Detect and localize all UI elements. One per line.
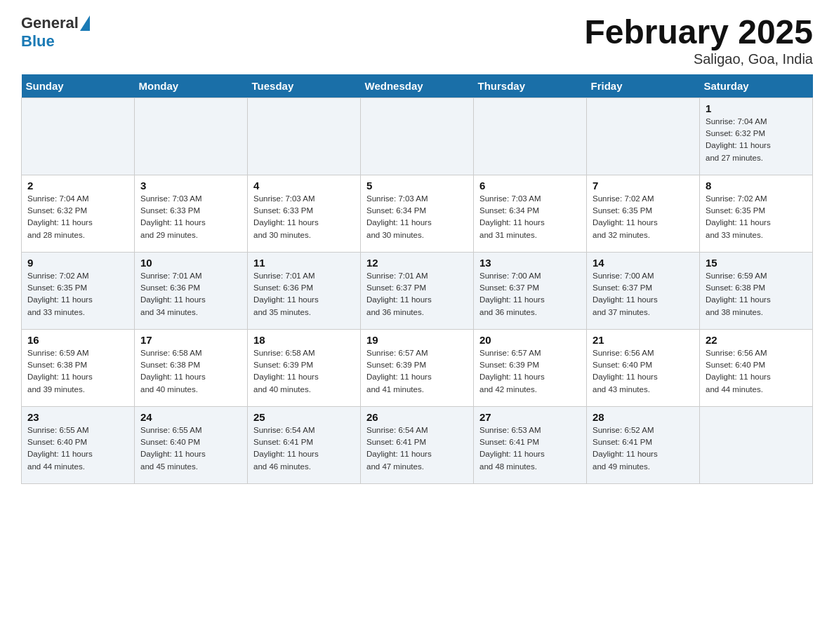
day-info: Sunrise: 7:00 AMSunset: 6:37 PMDaylight:… [479, 270, 581, 318]
day-number: 1 [706, 102, 807, 114]
day-number: 12 [366, 257, 468, 269]
logo-blue-text: Blue [21, 32, 55, 51]
logo-bottom-row: Blue [21, 32, 90, 51]
day-number: 18 [253, 334, 355, 346]
day-info: Sunrise: 6:58 AMSunset: 6:39 PMDaylight:… [253, 347, 355, 396]
day-info: Sunrise: 6:55 AMSunset: 6:40 PMDaylight:… [27, 424, 128, 473]
day-info: Sunrise: 6:56 AMSunset: 6:40 PMDaylight:… [706, 347, 807, 396]
header-thursday: Thursday [474, 74, 587, 98]
day-number: 2 [27, 180, 128, 192]
calendar-day-cell: 21Sunrise: 6:56 AMSunset: 6:40 PMDayligh… [587, 329, 700, 406]
day-number: 11 [253, 257, 355, 269]
calendar-week-row: 2Sunrise: 7:04 AMSunset: 6:32 PMDaylight… [22, 175, 813, 252]
calendar-day-cell: 20Sunrise: 6:57 AMSunset: 6:39 PMDayligh… [474, 329, 587, 406]
day-info: Sunrise: 6:54 AMSunset: 6:41 PMDaylight:… [253, 424, 355, 473]
calendar-day-cell: 19Sunrise: 6:57 AMSunset: 6:39 PMDayligh… [361, 329, 474, 406]
page-header: General Blue February 2025 Saligao, Goa,… [21, 14, 813, 67]
day-number: 23 [27, 411, 128, 423]
calendar-day-cell: 28Sunrise: 6:52 AMSunset: 6:41 PMDayligh… [587, 406, 700, 483]
day-number: 22 [706, 334, 807, 346]
day-info: Sunrise: 6:56 AMSunset: 6:40 PMDaylight:… [593, 347, 694, 396]
day-number: 10 [140, 257, 241, 269]
calendar-day-cell: 2Sunrise: 7:04 AMSunset: 6:32 PMDaylight… [22, 175, 135, 252]
calendar-day-cell [22, 98, 135, 175]
day-number: 25 [253, 411, 355, 423]
calendar-week-row: 16Sunrise: 6:59 AMSunset: 6:38 PMDayligh… [22, 329, 813, 406]
day-info: Sunrise: 7:04 AMSunset: 6:32 PMDaylight:… [706, 116, 807, 164]
calendar-day-cell [135, 98, 248, 175]
day-info: Sunrise: 7:03 AMSunset: 6:34 PMDaylight:… [366, 193, 468, 241]
day-info: Sunrise: 7:02 AMSunset: 6:35 PMDaylight:… [706, 193, 807, 241]
calendar-day-cell: 24Sunrise: 6:55 AMSunset: 6:40 PMDayligh… [135, 406, 248, 483]
day-info: Sunrise: 7:03 AMSunset: 6:33 PMDaylight:… [253, 193, 355, 241]
header-wednesday: Wednesday [361, 74, 474, 98]
calendar-day-cell [361, 98, 474, 175]
day-number: 5 [366, 180, 468, 192]
calendar-day-cell: 11Sunrise: 7:01 AMSunset: 6:36 PMDayligh… [248, 252, 361, 329]
calendar-title-block: February 2025 Saligao, Goa, India [584, 14, 813, 67]
day-number: 4 [253, 180, 355, 192]
day-info: Sunrise: 6:52 AMSunset: 6:41 PMDaylight:… [593, 424, 694, 473]
day-number: 3 [140, 180, 241, 192]
logo-general-text: General [21, 14, 79, 32]
day-info: Sunrise: 7:03 AMSunset: 6:33 PMDaylight:… [140, 193, 241, 241]
day-number: 6 [479, 180, 581, 192]
day-number: 27 [479, 411, 581, 423]
logo-top-row: General [21, 14, 90, 32]
calendar-day-cell: 7Sunrise: 7:02 AMSunset: 6:35 PMDaylight… [587, 175, 700, 252]
calendar-day-cell: 12Sunrise: 7:01 AMSunset: 6:37 PMDayligh… [361, 252, 474, 329]
calendar-day-cell: 22Sunrise: 6:56 AMSunset: 6:40 PMDayligh… [700, 329, 813, 406]
calendar-day-cell: 6Sunrise: 7:03 AMSunset: 6:34 PMDaylight… [474, 175, 587, 252]
day-number: 28 [593, 411, 694, 423]
day-info: Sunrise: 6:57 AMSunset: 6:39 PMDaylight:… [479, 347, 581, 396]
calendar-day-cell: 23Sunrise: 6:55 AMSunset: 6:40 PMDayligh… [22, 406, 135, 483]
calendar-day-cell: 4Sunrise: 7:03 AMSunset: 6:33 PMDaylight… [248, 175, 361, 252]
calendar-day-cell: 17Sunrise: 6:58 AMSunset: 6:38 PMDayligh… [135, 329, 248, 406]
day-info: Sunrise: 6:59 AMSunset: 6:38 PMDaylight:… [27, 347, 128, 396]
calendar-week-row: 1Sunrise: 7:04 AMSunset: 6:32 PMDaylight… [22, 98, 813, 175]
header-monday: Monday [135, 74, 248, 98]
header-friday: Friday [587, 74, 700, 98]
logo-triangle-icon [80, 15, 90, 31]
day-number: 7 [593, 180, 694, 192]
calendar-day-cell: 10Sunrise: 7:01 AMSunset: 6:36 PMDayligh… [135, 252, 248, 329]
calendar-day-cell: 3Sunrise: 7:03 AMSunset: 6:33 PMDaylight… [135, 175, 248, 252]
day-info: Sunrise: 7:04 AMSunset: 6:32 PMDaylight:… [27, 193, 128, 241]
calendar-day-cell: 9Sunrise: 7:02 AMSunset: 6:35 PMDaylight… [22, 252, 135, 329]
day-number: 21 [593, 334, 694, 346]
day-number: 15 [706, 257, 807, 269]
calendar-day-cell: 15Sunrise: 6:59 AMSunset: 6:38 PMDayligh… [700, 252, 813, 329]
day-info: Sunrise: 6:59 AMSunset: 6:38 PMDaylight:… [706, 270, 807, 318]
calendar-day-cell: 13Sunrise: 7:00 AMSunset: 6:37 PMDayligh… [474, 252, 587, 329]
day-number: 26 [366, 411, 468, 423]
day-info: Sunrise: 7:00 AMSunset: 6:37 PMDaylight:… [593, 270, 694, 318]
day-number: 9 [27, 257, 128, 269]
day-number: 20 [479, 334, 581, 346]
calendar-day-cell: 26Sunrise: 6:54 AMSunset: 6:41 PMDayligh… [361, 406, 474, 483]
calendar-day-cell: 18Sunrise: 6:58 AMSunset: 6:39 PMDayligh… [248, 329, 361, 406]
calendar-day-cell [700, 406, 813, 483]
calendar-week-row: 9Sunrise: 7:02 AMSunset: 6:35 PMDaylight… [22, 252, 813, 329]
calendar-day-cell: 1Sunrise: 7:04 AMSunset: 6:32 PMDaylight… [700, 98, 813, 175]
day-info: Sunrise: 6:54 AMSunset: 6:41 PMDaylight:… [366, 424, 468, 473]
day-info: Sunrise: 7:01 AMSunset: 6:36 PMDaylight:… [140, 270, 241, 318]
calendar-day-cell: 5Sunrise: 7:03 AMSunset: 6:34 PMDaylight… [361, 175, 474, 252]
day-number: 24 [140, 411, 241, 423]
day-number: 13 [479, 257, 581, 269]
header-sunday: Sunday [22, 74, 135, 98]
day-number: 17 [140, 334, 241, 346]
day-number: 16 [27, 334, 128, 346]
calendar-table: Sunday Monday Tuesday Wednesday Thursday… [21, 74, 813, 484]
calendar-day-cell [587, 98, 700, 175]
day-info: Sunrise: 7:02 AMSunset: 6:35 PMDaylight:… [27, 270, 128, 318]
header-saturday: Saturday [700, 74, 813, 98]
calendar-day-cell: 14Sunrise: 7:00 AMSunset: 6:37 PMDayligh… [587, 252, 700, 329]
day-info: Sunrise: 6:58 AMSunset: 6:38 PMDaylight:… [140, 347, 241, 396]
calendar-day-cell: 16Sunrise: 6:59 AMSunset: 6:38 PMDayligh… [22, 329, 135, 406]
day-number: 14 [593, 257, 694, 269]
calendar-title: February 2025 [584, 14, 813, 51]
calendar-day-cell [474, 98, 587, 175]
calendar-day-cell: 25Sunrise: 6:54 AMSunset: 6:41 PMDayligh… [248, 406, 361, 483]
weekday-header-row: Sunday Monday Tuesday Wednesday Thursday… [22, 74, 813, 98]
day-number: 19 [366, 334, 468, 346]
